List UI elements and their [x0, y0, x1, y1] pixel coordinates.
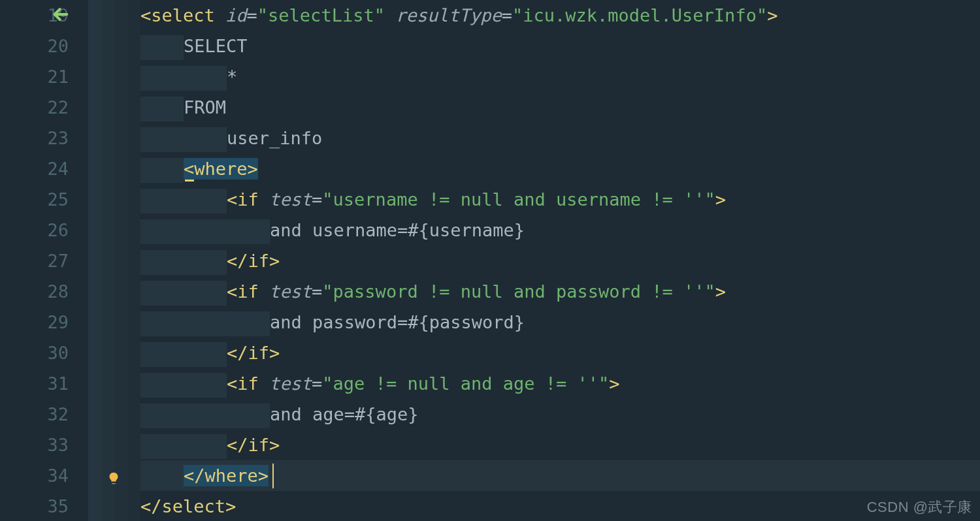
sql-keyword: FROM [184, 97, 226, 118]
indent-block [140, 189, 184, 213]
xml-attr: resultType [395, 5, 502, 25]
xml-attr: test [269, 189, 312, 210]
indent-block [184, 127, 227, 152]
line-number: 30 [0, 338, 69, 368]
line-number: 26 [0, 215, 69, 245]
line-number: 20 [0, 31, 69, 61]
line-number: 28 [0, 276, 69, 307]
line-number: 35 [0, 491, 69, 521]
xml-attr: test [269, 281, 312, 302]
xml-tag: </select> [140, 496, 236, 516]
where-tag-close: </where> [184, 465, 269, 486]
lightbulb-icon[interactable] [106, 471, 121, 486]
indent-block [227, 219, 270, 244]
indent-block [184, 403, 227, 428]
xml-tag: </if> [227, 435, 280, 455]
line-number: 21 [0, 61, 69, 92]
code-line[interactable]: </select> [140, 491, 980, 521]
indent-block [140, 465, 184, 490]
back-arrow-icon[interactable] [48, 4, 69, 25]
where-tag-open: <where> [184, 158, 258, 180]
line-number: 32 [0, 399, 69, 430]
xml-value: "username != null and username != ''" [322, 189, 715, 210]
sql-keyword: SELECT [184, 36, 248, 56]
code-line[interactable]: <where> [140, 153, 980, 184]
eq: = [247, 5, 257, 25]
indent-block [227, 311, 270, 336]
indent-block [140, 342, 184, 367]
sql-text: and password=#{password} [270, 312, 525, 332]
indent-block [184, 66, 227, 91]
code-line[interactable]: user_info [140, 123, 980, 153]
line-number: 33 [0, 430, 69, 460]
code-line-current[interactable]: </where> [140, 460, 980, 491]
indent-block [140, 311, 184, 336]
indent-block [140, 281, 184, 306]
eq: = [312, 189, 322, 210]
code-line[interactable]: SELECT [140, 31, 980, 61]
code-editor[interactable]: <select id="selectList" resultType="icu.… [140, 0, 980, 521]
xml-attr: id [225, 5, 247, 25]
xml-tag: </if> [227, 343, 280, 363]
xml-tag: <if [227, 189, 259, 210]
xml-value: "password != null and password != ''" [322, 281, 715, 302]
eq: = [502, 5, 512, 25]
code-line[interactable]: and age=#{age} [140, 399, 980, 430]
indent-block [184, 373, 227, 398]
code-line[interactable]: </if> [140, 338, 980, 368]
line-number: 24 [0, 153, 69, 184]
xml-tag: </if> [227, 251, 280, 271]
line-number: 29 [0, 307, 69, 338]
indent-block [184, 250, 227, 275]
xml-tag: <select [140, 5, 215, 25]
indent-block [227, 403, 270, 428]
code-line[interactable]: <if test="password != null and password … [140, 276, 980, 307]
xml-value: "icu.wzk.model.UserInfo" [512, 5, 767, 25]
indent-block [140, 250, 184, 275]
indent-block [184, 342, 227, 367]
indent-block [184, 434, 227, 459]
indent-block [184, 281, 227, 306]
indent-block [140, 35, 184, 60]
indent-block [184, 189, 227, 213]
line-number: 31 [0, 368, 69, 399]
indent-block [184, 311, 227, 336]
code-line[interactable]: * [140, 61, 980, 92]
indent-block [184, 219, 227, 244]
eq: = [312, 281, 322, 302]
tag-close: > [609, 373, 619, 394]
tag-close: > [715, 281, 726, 302]
code-line[interactable]: <if test="username != null and username … [140, 184, 980, 215]
indent-block [140, 434, 184, 459]
sql-text: user_info [227, 128, 322, 148]
indent-block [140, 97, 184, 121]
code-line[interactable]: and password=#{password} [140, 307, 980, 338]
indent-block [140, 127, 184, 152]
xml-attr: test [269, 373, 312, 394]
code-line[interactable]: and username=#{username} [140, 215, 980, 245]
line-number: 27 [0, 245, 69, 276]
code-line[interactable]: <if test="age != null and age != ''"> [140, 368, 980, 399]
text-caret [272, 464, 274, 488]
xml-tag: <if [227, 373, 259, 394]
tag-close: > [767, 5, 777, 25]
code-line[interactable]: <select id="selectList" resultType="icu.… [140, 0, 980, 31]
indent-block [140, 158, 184, 183]
line-number: 25 [0, 184, 69, 215]
sql-text: and age=#{age} [270, 404, 419, 424]
line-number-gutter: 19 20 21 22 23 24 25 26 27 28 29 30 31 3… [0, 0, 88, 521]
indent-block [140, 373, 184, 398]
indent-block [140, 66, 184, 91]
xml-value: "age != null and age != ''" [322, 373, 609, 394]
indent-guide-stripes [88, 0, 140, 521]
xml-value: "selectList" [257, 5, 385, 25]
eq: = [312, 373, 322, 394]
code-line[interactable]: FROM [140, 92, 980, 123]
line-number: 23 [0, 123, 69, 153]
caret-underline [185, 180, 194, 182]
tag-close: > [715, 189, 726, 210]
code-line[interactable]: </if> [140, 245, 980, 276]
sql-text: * [227, 67, 237, 87]
code-line[interactable]: </if> [140, 430, 980, 460]
sql-text: and username=#{username} [270, 220, 525, 240]
